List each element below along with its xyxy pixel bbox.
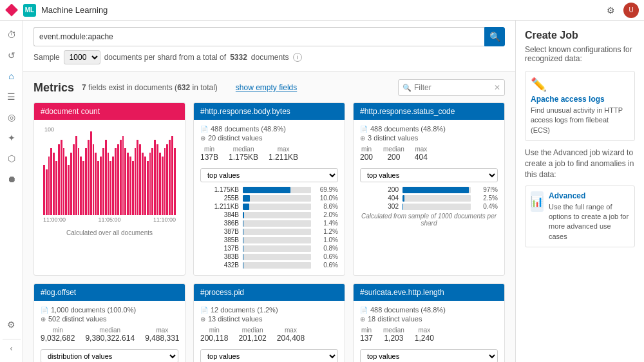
sidebar-item-home[interactable]: ⌂: [3, 67, 21, 85]
bar-row: 385B 1.0%: [200, 236, 338, 243]
http-response-status-code-header: #http.response.status_code: [354, 103, 504, 120]
user-avatar[interactable]: U: [623, 3, 639, 18]
search-bar: 🔍 Sample 1000 documents per shard from a…: [23, 21, 515, 71]
bar-pct: 1.0%: [315, 236, 338, 243]
sidebar-collapse[interactable]: ‹: [3, 339, 21, 357]
sidebar-item-star[interactable]: ✦: [3, 129, 21, 147]
sidebar-item-history[interactable]: ↺: [3, 46, 21, 64]
bar-fill: [402, 187, 469, 193]
search-input-wrap[interactable]: [33, 27, 484, 46]
status-bar-rows: 200 97!% 404 2.5% 302 0.4%: [360, 186, 498, 210]
search-row: 🔍: [33, 27, 505, 46]
metrics-title: Metrics: [33, 81, 74, 95]
http-response-status-code-card: #http.response.status_code 📄 488 documen…: [353, 102, 505, 276]
filter-clear-icon[interactable]: ✕: [494, 83, 500, 92]
panel-title: Create Job: [525, 30, 635, 41]
distinct-icon: ⊕: [41, 316, 46, 323]
process-top-values-select[interactable]: top values: [200, 349, 338, 362]
log-offset-card: #log.offset 📄 1,000 documents (100.0%) ⊕…: [33, 283, 185, 362]
bar-fill: [243, 245, 243, 252]
apache-job-icon: ✏️: [531, 77, 629, 92]
stat-median: median 200: [383, 146, 404, 162]
apache-job-card[interactable]: ✏️ Apache access logs Find unusual activ…: [525, 71, 635, 141]
sample-label: Sample: [33, 53, 60, 62]
document-count-chart: 100 11:00:00 11:05:00 11:10:00: [41, 125, 178, 228]
cards-grid: #document count 100 11:00:00 11:05:00 11…: [33, 102, 505, 362]
bar-track: [243, 237, 311, 243]
chart-xaxis: 11:00:00 11:05:00 11:10:00: [41, 215, 178, 224]
sidebar-item-recent[interactable]: ⏱: [3, 26, 21, 44]
show-empty-fields[interactable]: show empty fields: [236, 83, 297, 92]
document-count-body: 100 11:00:00 11:05:00 11:10:00 Calculate…: [34, 120, 185, 242]
apache-job-title: Apache access logs: [531, 95, 629, 104]
distinct-row: ⊕ 13 distinct values: [200, 315, 338, 323]
sidebar-item-list[interactable]: ☰: [3, 88, 21, 106]
bar-label: 432B: [200, 262, 239, 269]
bar-label: 1.175KB: [200, 186, 239, 193]
process-pid-header: #process.pid: [194, 284, 345, 301]
app-icon: ML: [23, 4, 36, 17]
content-area: 🔍 Sample 1000 documents per shard from a…: [23, 21, 644, 362]
bar-track: [243, 204, 311, 210]
suricata-eve-http-length-card: #suricata.eve.http.length 📄 488 document…: [353, 283, 505, 362]
distribution-values-select[interactable]: distribution of values: [41, 349, 178, 362]
bar-fill: [243, 229, 243, 235]
stat-max: max 9,488,331: [145, 327, 179, 343]
panel-divider-text: Use the Advanced job wizard to create a …: [525, 148, 635, 180]
bar-fill: [243, 212, 244, 218]
bar-pct: 2.0%: [315, 211, 338, 218]
bar-fill: [243, 254, 243, 260]
bar-fill: [243, 204, 249, 210]
bar-track: [402, 187, 471, 193]
sample-select[interactable]: 1000: [64, 50, 100, 64]
bar-pct: 69.9%: [315, 186, 338, 193]
filter-input-wrap[interactable]: 🔍 ✕: [398, 79, 505, 96]
bar-row: 387B 1.2%: [200, 228, 338, 235]
http-response-body-bytes-body: 📄 488 documents (48.8%) ⊕ 20 distinct va…: [194, 120, 345, 275]
stat-median: median 9,380,322.614: [85, 327, 135, 343]
settings-icon[interactable]: ⚙: [603, 3, 618, 18]
bar-pct: 97!%: [475, 186, 498, 193]
bar-row: 432B 0.6%: [200, 262, 338, 269]
suricata-eve-http-length-body: 📄 488 documents (48.8%) ⊕ 18 distinct va…: [354, 301, 504, 362]
doc-icon: 📄: [41, 307, 48, 314]
sidebar-item-settings[interactable]: ⚙: [3, 316, 21, 334]
sidebar-item-circle[interactable]: ◎: [3, 108, 21, 126]
bar-label: 1.211KB: [200, 203, 239, 210]
filter-wrap: 🔍 ✕: [398, 79, 505, 96]
bar-fill: [243, 262, 243, 269]
bar-label: 385B: [200, 236, 239, 243]
bar-row: 384B 2.0%: [200, 211, 338, 218]
sidebar: ⏱ ↺ ⌂ ☰ ◎ ✦ ⬡ ⏺ ⚙ ‹: [0, 21, 23, 362]
top-values-select-status[interactable]: top values: [360, 168, 498, 182]
bar-label: 200: [360, 186, 399, 193]
bar-row: 255B 10.0%: [200, 195, 338, 202]
search-button[interactable]: 🔍: [484, 27, 505, 46]
sidebar-item-dot[interactable]: ⏺: [3, 170, 21, 188]
suricata-top-values-select[interactable]: top values: [360, 349, 498, 362]
stat-min: min 200: [360, 146, 373, 162]
kibana-logo: [5, 4, 18, 17]
bar-rows: 1.175KB 69.9% 255B 10.0% 1.211KB 8.6% 38…: [200, 186, 338, 269]
total-docs-label: documents: [251, 53, 289, 62]
bar-row: 386B 1.4%: [200, 220, 338, 227]
stat-max: max 1.211KB: [269, 146, 298, 162]
docs-meta: 📄 488 documents (48.8%): [360, 125, 498, 133]
document-count-header: #document count: [34, 103, 185, 120]
sidebar-item-anomaly[interactable]: ⬡: [3, 149, 21, 167]
search-input[interactable]: [39, 32, 479, 41]
bar-track: [402, 204, 471, 210]
stat-median: median 1.175KB: [229, 146, 258, 162]
top-values-select[interactable]: top values: [200, 168, 338, 182]
card-stats: min 137B median 1.175KB max 1.211KB: [200, 146, 338, 162]
info-icon[interactable]: i: [293, 53, 302, 62]
advanced-job-card[interactable]: 📊 Advanced Use the full range of options…: [525, 186, 635, 248]
filter-input[interactable]: [414, 83, 491, 92]
distinct-icon: ⊕: [360, 135, 365, 142]
stat-min: min 9,032,682: [41, 327, 75, 343]
bar-pct: 0.4%: [475, 203, 498, 210]
bar-label: 255B: [200, 195, 239, 202]
total-docs: 5332: [230, 53, 247, 62]
stat-max: max 1,240: [415, 327, 434, 343]
stat-max: max 204,408: [277, 327, 305, 343]
